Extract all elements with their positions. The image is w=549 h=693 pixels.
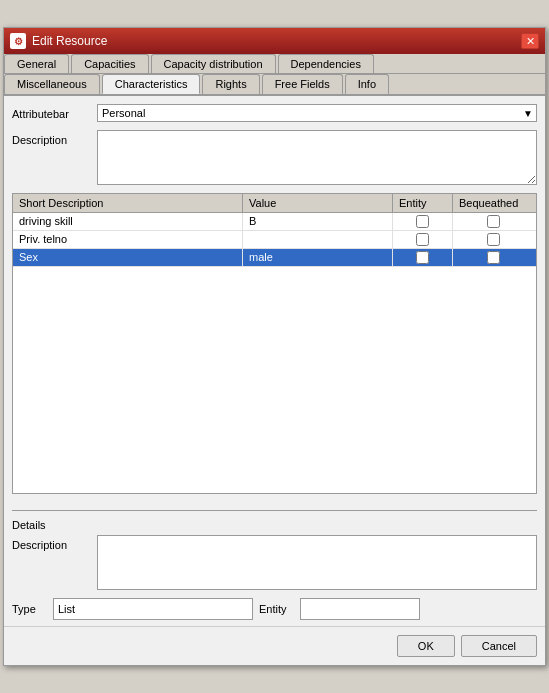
attributes-table: Short Description Value Entity Bequeathe… — [12, 193, 537, 494]
window-icon: ⚙ — [10, 33, 26, 49]
table-row[interactable]: driving skill B — [13, 213, 536, 231]
main-content: Attributebar Personal ▼ Description Shor… — [4, 96, 545, 510]
description-textarea[interactable] — [97, 130, 537, 185]
details-heading: Details — [12, 519, 537, 531]
table-row[interactable]: Priv. telno — [13, 231, 536, 249]
bequeathed-checkbox[interactable] — [487, 251, 500, 264]
attributebar-select[interactable]: Personal — [97, 104, 537, 122]
table-row[interactable]: Sex male — [13, 249, 536, 267]
type-label: Type — [12, 603, 47, 615]
cell-bequeathed — [453, 231, 533, 248]
cell-short-desc: Sex — [13, 249, 243, 266]
entity-checkbox[interactable] — [416, 251, 429, 264]
button-row: OK Cancel — [4, 626, 545, 665]
cell-value: B — [243, 213, 393, 230]
main-window: ⚙ Edit Resource ✕ General Capacities Cap… — [3, 27, 546, 666]
attributebar-label: Attributebar — [12, 104, 97, 120]
cell-entity — [393, 213, 453, 230]
close-button[interactable]: ✕ — [521, 33, 539, 49]
type-input[interactable] — [53, 598, 253, 620]
tab-capacities[interactable]: Capacities — [71, 54, 148, 73]
col-header-short-desc: Short Description — [13, 194, 243, 212]
cell-short-desc: driving skill — [13, 213, 243, 230]
attributebar-row: Attributebar Personal ▼ — [12, 104, 537, 122]
window-title: Edit Resource — [32, 34, 107, 48]
description-row: Description — [12, 130, 537, 185]
col-header-entity: Entity — [393, 194, 453, 212]
title-bar-left: ⚙ Edit Resource — [10, 33, 107, 49]
col-header-value: Value — [243, 194, 393, 212]
cell-entity — [393, 231, 453, 248]
entity-checkbox[interactable] — [416, 215, 429, 228]
bequeathed-checkbox[interactable] — [487, 215, 500, 228]
cell-bequeathed — [453, 213, 533, 230]
table-header: Short Description Value Entity Bequeathe… — [13, 194, 536, 213]
bequeathed-checkbox[interactable] — [487, 233, 500, 246]
attributebar-dropdown-container: Personal ▼ — [97, 104, 537, 122]
details-description-textarea[interactable] — [97, 535, 537, 590]
title-bar: ⚙ Edit Resource ✕ — [4, 28, 545, 54]
entity-checkbox[interactable] — [416, 233, 429, 246]
details-type-entity-row: Type Entity — [12, 598, 537, 620]
tab-capacity-distribution[interactable]: Capacity distribution — [151, 54, 276, 73]
cell-value: male — [243, 249, 393, 266]
tab-miscellaneous[interactable]: Miscellaneous — [4, 74, 100, 94]
divider — [12, 510, 537, 511]
tab-free-fields[interactable]: Free Fields — [262, 74, 343, 94]
details-section: Details Description Type Entity — [4, 510, 545, 626]
cell-short-desc: Priv. telno — [13, 231, 243, 248]
ok-button[interactable]: OK — [397, 635, 455, 657]
cancel-button[interactable]: Cancel — [461, 635, 537, 657]
entity-input[interactable] — [300, 598, 420, 620]
cell-bequeathed — [453, 249, 533, 266]
tab-dependencies[interactable]: Dependencies — [278, 54, 374, 73]
entity-label: Entity — [259, 603, 294, 615]
details-description-label: Description — [12, 535, 97, 551]
table-body: driving skill B Priv. telno — [13, 213, 536, 493]
col-header-bequeathed: Bequeathed — [453, 194, 533, 212]
cell-entity — [393, 249, 453, 266]
tab-general[interactable]: General — [4, 54, 69, 73]
tab-rights[interactable]: Rights — [202, 74, 259, 94]
tabs-row2: Miscellaneous Characteristics Rights Fre… — [4, 74, 545, 96]
tabs-row1: General Capacities Capacity distribution… — [4, 54, 545, 74]
details-description-row: Description — [12, 535, 537, 590]
tab-characteristics[interactable]: Characteristics — [102, 74, 201, 94]
tab-info[interactable]: Info — [345, 74, 389, 94]
cell-value — [243, 231, 393, 248]
description-label: Description — [12, 130, 97, 146]
